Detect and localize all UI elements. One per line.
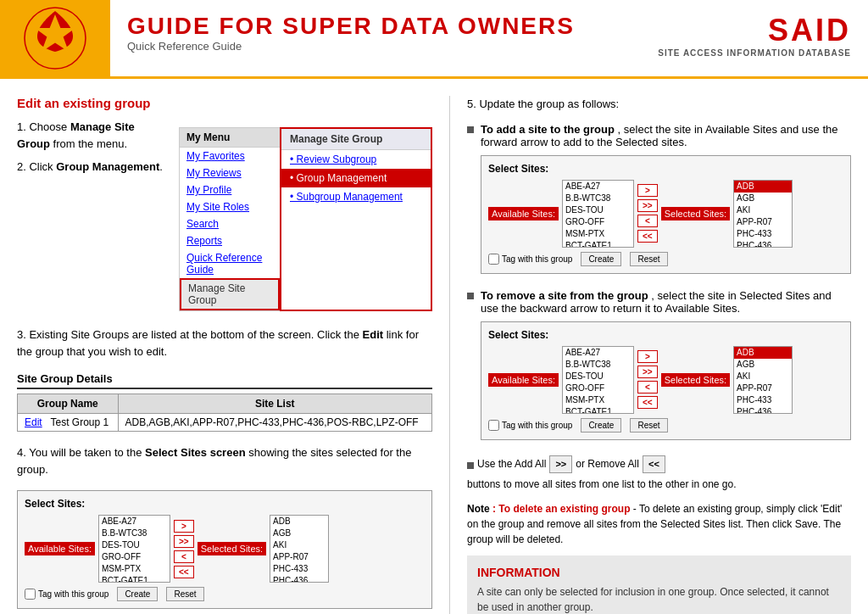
left-panel: Edit an existing group 1. Choose Manage … <box>17 96 432 614</box>
back-all-r2[interactable]: << <box>637 396 658 409</box>
list-item: MSM-PTX <box>563 394 633 406</box>
suffix-text: buttons to move all sites from one list … <box>467 477 737 493</box>
sel-label-r2: Selected Sites: <box>661 373 730 387</box>
bullet-icon <box>467 126 474 133</box>
available-sites-list[interactable]: ABE-A27 B.B-WTC38 DES-TOU GRO-OFF MSM-PT… <box>98 515 170 583</box>
reset-button[interactable]: Reset <box>166 587 203 601</box>
tag-checkbox-label[interactable]: Tag with this group <box>25 589 108 600</box>
list-item: APP-R07 <box>734 216 792 228</box>
sel-list-r2[interactable]: ADB AGB AKI APP-R07 PHC-433 PHC-436 POS-… <box>733 346 793 414</box>
list-item: GRO-OFF <box>563 382 633 394</box>
step2: 2. Click Group Management. <box>17 159 166 176</box>
list-item: BCT-GATE1 <box>563 240 633 248</box>
list-item: ADB <box>734 347 792 359</box>
create-btn-r1[interactable]: Create <box>581 252 621 266</box>
back-all-r1[interactable]: << <box>637 230 658 243</box>
tag-chk-r1[interactable] <box>488 254 499 265</box>
my-menu-profile[interactable]: My Profile <box>180 181 280 198</box>
list-item: MSM-PTX <box>99 563 170 575</box>
avail-list-r1[interactable]: ABE-A27 B.B-WTC38 DES-TOU GRO-OFF MSM-PT… <box>562 180 634 248</box>
bullet-remove-content: To remove a site from the group , select… <box>481 289 851 447</box>
list-item: B.B-WTC38 <box>99 527 170 539</box>
or-text: or Remove All <box>576 456 639 472</box>
reset-btn-r2[interactable]: Reset <box>630 418 667 433</box>
main-content: Edit an existing group 1. Choose Manage … <box>0 79 868 614</box>
select-sites-r1-bottom: Tag with this group Create Reset <box>488 252 843 266</box>
step3-edit-bold: Edit <box>363 328 384 341</box>
select-sites-title: Select Sites: <box>25 498 425 510</box>
popup-review-subgroup[interactable]: • Review Subgroup <box>281 150 431 169</box>
my-menu-search[interactable]: Search <box>180 215 280 232</box>
step5-text: 5. Update the group as follows: <box>467 96 851 113</box>
said-subtitle: SITE ACCESS INFORMATION DATABASE <box>658 48 851 58</box>
create-btn-r2[interactable]: Create <box>581 418 621 433</box>
add-all-btn[interactable]: >> <box>549 455 572 474</box>
fwd-all-r2[interactable]: >> <box>637 366 658 378</box>
list-item: ABE-A27 <box>563 181 633 193</box>
select-sites-small: Select Sites: Available Sites: ABE-A27 B… <box>17 490 432 609</box>
select-sites-right1: Select Sites: Available Sites: ABE-A27 B… <box>481 155 851 274</box>
bullet-remove-bold: To remove a site from the group <box>481 289 648 302</box>
select-sites-bottom: Tag with this group Create Reset <box>25 587 425 601</box>
note-red: : To delete an existing group <box>492 503 630 515</box>
list-item: PHC-433 <box>734 394 792 406</box>
bullet-add-site: To add a site to the group , select the … <box>467 123 851 281</box>
my-menu-reviews[interactable]: My Reviews <box>180 165 280 181</box>
subtitle: Quick Reference Guide <box>127 40 624 53</box>
list-item: ADB <box>270 516 328 527</box>
selected-sites-list[interactable]: ADB AGB AKI APP-R07 PHC-433 PHC-436 POS-… <box>270 515 329 583</box>
select-sites-r2-bottom: Tag with this group Create Reset <box>488 418 843 433</box>
fwd-one-r1[interactable]: > <box>637 184 658 197</box>
edit-cell: Edit Test Group 1 <box>18 414 119 432</box>
back-one-r2[interactable]: < <box>637 381 658 394</box>
list-item: AKI <box>734 204 792 216</box>
back-one-r1[interactable]: < <box>637 215 658 227</box>
back-all-btn[interactable]: << <box>174 566 194 578</box>
popup-group-management[interactable]: • Group Management <box>281 169 431 187</box>
forward-all-btn[interactable]: >> <box>174 535 194 548</box>
back-one-btn[interactable]: < <box>174 550 194 563</box>
list-item: PHC-433 <box>270 563 328 575</box>
sg-table: Group Name Site List Edit Test Group 1 A… <box>17 394 432 432</box>
popup-subgroup-management[interactable]: • Subgroup Management <box>281 187 431 206</box>
remove-all-btn[interactable]: << <box>643 455 665 474</box>
list-item: B.B-WTC38 <box>563 193 633 204</box>
my-menu-manage-site-group[interactable]: Manage Site Group <box>180 278 280 310</box>
arrow-buttons: > >> < << <box>174 520 194 578</box>
bullet-icon2 <box>467 293 474 299</box>
main-title: GUIDE FOR SUPER DATA OWNERS <box>127 13 624 40</box>
step3: 3. Existing Site Groups are listed at th… <box>17 327 432 360</box>
fwd-all-r1[interactable]: >> <box>637 199 658 212</box>
tag-chk-r2[interactable] <box>488 420 499 431</box>
avail-label-r2: Available Sites: <box>488 373 559 387</box>
info-text: A site can only be selected for inclusio… <box>477 584 841 614</box>
list-item: AGB <box>734 359 792 371</box>
forward-one-btn[interactable]: > <box>174 520 194 533</box>
tag-chk-r1-label[interactable]: Tag with this group <box>488 254 572 265</box>
select-sites-right2: Select Sites: Available Sites: ABE-A27 B… <box>481 321 851 440</box>
note-box: Note : To delete an existing group - To … <box>467 501 851 547</box>
tag-checkbox[interactable] <box>25 589 36 600</box>
said-title: SAID <box>658 13 851 48</box>
list-item: PHC-436 <box>734 240 792 248</box>
available-sites-label: Available Sites: <box>25 542 95 555</box>
create-button[interactable]: Create <box>117 587 158 601</box>
select-sites-body: Available Sites: ABE-A27 B.B-WTC38 DES-T… <box>25 515 425 583</box>
my-menu-favorites[interactable]: My Favorites <box>180 148 280 165</box>
bullet-add-bold: To add a site to the group <box>481 123 615 136</box>
list-item: APP-R07 <box>270 551 328 563</box>
my-menu-qrg[interactable]: Quick Reference Guide <box>180 249 280 278</box>
list-item: MSM-PTX <box>563 228 633 240</box>
step2-bold: Group Management <box>56 160 159 173</box>
step1-bold: Manage Site Group <box>17 120 135 150</box>
reset-btn-r1[interactable]: Reset <box>630 252 667 266</box>
note-label: Note <box>467 503 490 515</box>
my-menu-site-roles[interactable]: My Site Roles <box>180 198 280 215</box>
avail-list-r2[interactable]: ABE-A27 B.B-WTC38 DES-TOU GRO-OFF MSM-PT… <box>562 346 634 414</box>
fwd-one-r2[interactable]: > <box>637 350 658 363</box>
tag-chk-r2-label[interactable]: Tag with this group <box>488 420 572 431</box>
sel-list-r1[interactable]: ADB AGB AKI APP-R07 PHC-433 PHC-436 POS-… <box>733 180 793 248</box>
edit-link[interactable]: Edit <box>25 416 42 428</box>
select-sites-right1-body: Available Sites: ABE-A27 B.B-WTC38 DES-T… <box>488 180 843 248</box>
my-menu-reports[interactable]: Reports <box>180 232 280 249</box>
